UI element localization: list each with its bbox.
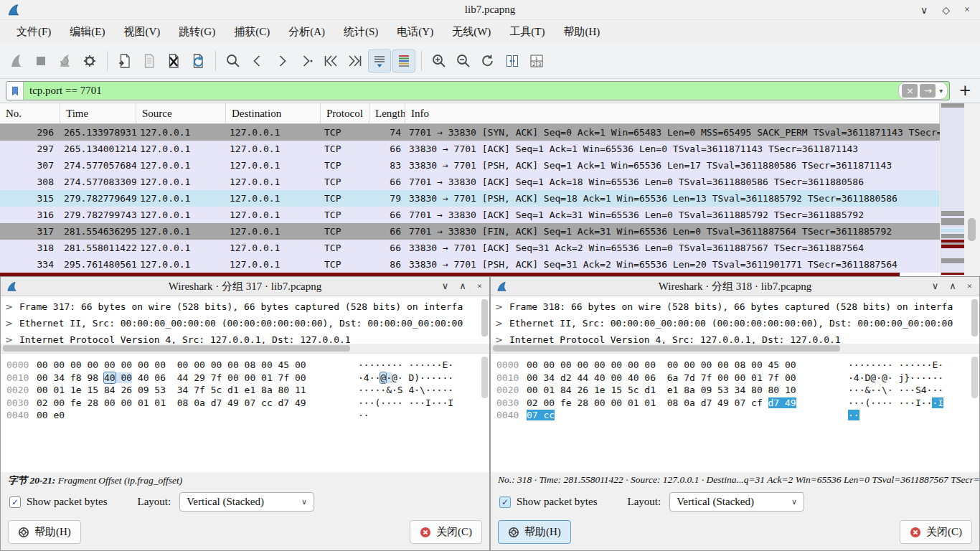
packet-detail-tree[interactable]: >Frame 317: 66 bytes on wire (528 bits),…	[1, 296, 489, 344]
menu-item-y[interactable]: 电话(Y)	[387, 23, 443, 41]
packet-row-297[interactable]: 297265.134001214127.0.0.1127.0.0.1TCP663…	[0, 141, 940, 157]
scrollbar-thumb[interactable]	[968, 218, 976, 241]
zoom-out-button[interactable]	[452, 50, 475, 72]
column-header-length[interactable]: Length	[369, 103, 405, 124]
display-filter-input[interactable]	[24, 85, 898, 97]
minimize-icon[interactable]: ∨	[920, 4, 928, 17]
tree-scrollbar-thumb[interactable]	[971, 299, 978, 336]
filter-clear-button[interactable]: ×	[902, 84, 918, 98]
hex-scrollbar-thumb[interactable]	[971, 357, 978, 398]
show-packet-bytes-checkbox[interactable]: ✓Show packet bytes	[499, 496, 597, 508]
expand-chevron-icon[interactable]: >	[495, 301, 503, 312]
layout-select[interactable]: Vertical (Stacked)∨	[179, 492, 314, 512]
tree-scrollbar-thumb[interactable]	[481, 299, 488, 336]
packet-bytes-pane[interactable]: 000000 00 00 00 00 00 00 00 00 00 00 00 …	[491, 353, 979, 472]
hex-row[interactable]: 003002 00 fe 28 00 00 01 01 08 0a d7 49 …	[6, 397, 489, 410]
dialog-titlebar[interactable]: Wireshark · 分组 318 · lib7.pcapng∨∧×	[491, 277, 979, 296]
go-first-packet-button[interactable]	[319, 50, 342, 72]
scrollbar-thumb[interactable]	[3, 345, 350, 352]
minimize-icon[interactable]: ∨	[442, 281, 449, 292]
column-header-no[interactable]: No.	[0, 103, 60, 124]
resize-columns-button[interactable]	[501, 50, 524, 72]
hex-row[interactable]: 001000 34 d2 44 40 00 40 06 6a 7d 7f 00 …	[496, 372, 979, 385]
expand-chevron-icon[interactable]: >	[495, 334, 503, 344]
menu-item-w[interactable]: 无线(W)	[443, 23, 500, 41]
help-button[interactable]: 帮助(H)	[498, 520, 571, 544]
colorize-packets-button[interactable]	[392, 50, 415, 72]
tree-row[interactable]: >Internet Protocol Version 4, Src: 127.0…	[495, 331, 969, 344]
hex-row[interactable]: 004007 cc··	[496, 409, 979, 422]
go-back-button[interactable]	[246, 50, 269, 72]
filter-add-button[interactable]: +	[950, 82, 974, 100]
packet-row-317[interactable]: 317281.554636295127.0.0.1127.0.0.1TCP667…	[0, 223, 940, 240]
main-titlebar[interactable]: lib7.pcapng ∨ ◇ ×	[0, 0, 980, 20]
packet-bytes-pane[interactable]: 000000 00 00 00 00 00 00 00 00 00 00 00 …	[1, 353, 489, 472]
go-to-packet-button[interactable]	[295, 50, 318, 72]
column-header-protocol[interactable]: Protocol	[321, 103, 369, 124]
menu-item-a[interactable]: 分析(A)	[279, 23, 334, 41]
hex-scrollbar-thumb[interactable]	[481, 357, 488, 398]
menu-item-h[interactable]: 帮助(H)	[554, 23, 609, 41]
packet-detail-tree[interactable]: >Frame 318: 66 bytes on wire (528 bits),…	[491, 296, 979, 344]
find-packet-button[interactable]	[222, 50, 245, 72]
filter-apply-button[interactable]: →	[920, 84, 936, 98]
column-header-destination[interactable]: Destination	[226, 103, 321, 124]
minimize-icon[interactable]: ∨	[932, 281, 939, 292]
tree-row[interactable]: >Frame 317: 66 bytes on wire (528 bits),…	[5, 298, 479, 315]
close-icon[interactable]: ×	[477, 281, 482, 292]
hex-row[interactable]: 000000 00 00 00 00 00 00 00 00 00 00 00 …	[496, 359, 979, 372]
menu-item-s[interactable]: 统计(S)	[334, 23, 387, 41]
hex-row[interactable]: 003002 00 fe 28 00 00 01 01 08 0a d7 49 …	[496, 397, 979, 410]
packet-row-315[interactable]: 315279.782779649127.0.0.1127.0.0.1TCP793…	[0, 190, 940, 207]
packet-row-316[interactable]: 316279.782799743127.0.0.1127.0.0.1TCP667…	[0, 207, 940, 223]
layout-select[interactable]: Vertical (Stacked)∨	[669, 492, 804, 512]
restart-capture-button[interactable]	[54, 50, 77, 72]
hex-row[interactable]: 001000 34 f8 98 40 00 40 06 44 29 7f 00 …	[6, 372, 489, 385]
expand-chevron-icon[interactable]: >	[5, 318, 13, 329]
maximize-icon[interactable]: ◇	[942, 4, 950, 17]
auto-scroll-button[interactable]	[368, 50, 391, 72]
maximize-icon[interactable]: ∧	[459, 281, 466, 292]
help-button[interactable]: 帮助(H)	[8, 520, 81, 544]
zoom-in-button[interactable]	[428, 50, 451, 72]
go-forward-button[interactable]	[270, 50, 293, 72]
close-icon[interactable]: ×	[964, 4, 970, 16]
display-filter-field[interactable]: × → ▾	[6, 81, 950, 100]
close-icon[interactable]: ×	[967, 281, 972, 292]
packet-list-scrollbar[interactable]	[964, 103, 980, 276]
menu-item-t[interactable]: 工具(T)	[500, 23, 554, 41]
show-packet-bytes-checkbox[interactable]: ✓Show packet bytes	[9, 496, 107, 508]
dialog-titlebar[interactable]: Wireshark · 分组 317 · lib7.pcapng∨∧×	[1, 277, 489, 296]
close-dialog-button[interactable]: 关闭(C)	[900, 520, 972, 544]
tree-row[interactable]: >Ethernet II, Src: 00:00:00_00:00:00 (00…	[5, 315, 479, 331]
tree-row[interactable]: >Internet Protocol Version 4, Src: 127.0…	[5, 331, 479, 344]
open-file-button[interactable]	[113, 50, 136, 72]
packet-row-318[interactable]: 318281.558011422127.0.0.1127.0.0.1TCP663…	[0, 240, 940, 256]
expand-chevron-icon[interactable]: >	[5, 334, 13, 344]
expand-chevron-icon[interactable]: >	[495, 318, 503, 329]
close-dialog-button[interactable]: 关闭(C)	[410, 520, 482, 544]
auto-column-widths-button[interactable]: 123	[525, 50, 548, 72]
zoom-reset-button[interactable]	[476, 50, 499, 72]
start-capture-button[interactable]	[5, 50, 28, 72]
filter-bookmark-icon[interactable]	[6, 82, 24, 100]
reload-file-button[interactable]	[187, 50, 209, 72]
packet-row-308[interactable]: 308274.577083309127.0.0.1127.0.0.1TCP667…	[0, 174, 940, 190]
column-header-time[interactable]: Time	[60, 103, 136, 124]
hex-row[interactable]: 004000 e0··	[6, 409, 489, 422]
save-file-button[interactable]	[138, 50, 161, 72]
hex-row[interactable]: 002000 01 1e 15 84 26 09 53 34 7f 5c d1 …	[6, 384, 489, 397]
close-file-button[interactable]	[162, 50, 185, 72]
column-header-source[interactable]: Source	[136, 103, 226, 124]
menu-item-g[interactable]: 跳转(G)	[169, 23, 225, 41]
packet-row-307[interactable]: 307274.577057684127.0.0.1127.0.0.1TCP833…	[0, 157, 940, 174]
column-header-info[interactable]: Info	[405, 103, 940, 124]
scrollbar-thumb[interactable]	[493, 345, 840, 352]
capture-options-button[interactable]	[78, 50, 101, 72]
tree-row[interactable]: >Frame 318: 66 bytes on wire (528 bits),…	[495, 298, 969, 315]
expand-chevron-icon[interactable]: >	[5, 301, 13, 312]
filter-dropdown-caret[interactable]: ▾	[938, 87, 944, 95]
tree-row[interactable]: >Ethernet II, Src: 00:00:00_00:00:00 (00…	[495, 315, 969, 331]
menu-item-e[interactable]: 编辑(E)	[60, 23, 114, 41]
maximize-icon[interactable]: ∧	[949, 281, 956, 292]
